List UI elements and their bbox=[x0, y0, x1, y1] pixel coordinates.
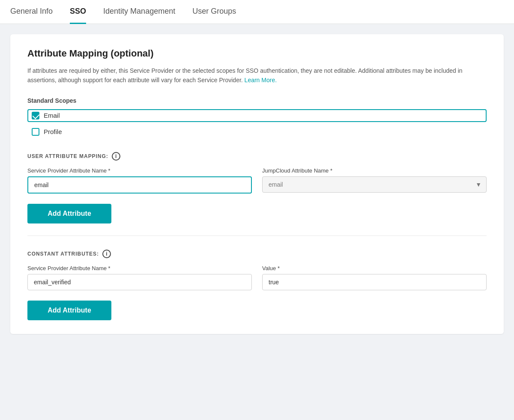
nav-identity-management[interactable]: Identity Management bbox=[103, 0, 175, 24]
learn-more-link[interactable]: Learn More. bbox=[245, 77, 277, 83]
constant-attributes-info-icon[interactable]: i bbox=[102, 250, 111, 258]
constant-attributes-header: CONSTANT ATTRIBUTES: i bbox=[27, 250, 487, 258]
service-provider-attr-label-1: Service Provider Attribute Name * bbox=[27, 167, 252, 174]
service-provider-attr-input-1[interactable] bbox=[27, 176, 252, 194]
profile-checkbox-wrapper[interactable]: Profile bbox=[27, 125, 487, 138]
profile-checkbox-label: Profile bbox=[44, 128, 62, 135]
nav-general-info[interactable]: General Info bbox=[10, 0, 53, 24]
user-attribute-mapping-info-icon[interactable]: i bbox=[112, 152, 120, 161]
jumpcloud-attr-label: JumpCloud Attribute Name * bbox=[262, 167, 487, 174]
card-title: Attribute Mapping (optional) bbox=[27, 48, 487, 59]
divider bbox=[27, 235, 487, 236]
standard-scopes-label: Standard Scopes bbox=[27, 97, 487, 104]
value-group: Value * bbox=[262, 265, 487, 290]
value-label: Value * bbox=[262, 265, 487, 271]
service-provider-attr-group-2: Service Provider Attribute Name * bbox=[27, 265, 252, 290]
card-description: If attributes are required by either, th… bbox=[27, 66, 487, 85]
user-attribute-mapping-header: USER ATTRIBUTE MAPPING: i bbox=[27, 152, 487, 161]
constant-attributes-label: CONSTANT ATTRIBUTES: bbox=[27, 251, 99, 257]
constant-attributes-form-row: Service Provider Attribute Name * Value … bbox=[27, 265, 487, 290]
value-input[interactable] bbox=[262, 274, 487, 290]
top-navigation: General Info SSO Identity Management Use… bbox=[0, 0, 514, 24]
service-provider-attr-input-2[interactable] bbox=[27, 274, 252, 290]
attribute-mapping-card: Attribute Mapping (optional) If attribut… bbox=[10, 34, 504, 334]
profile-checkbox[interactable] bbox=[32, 128, 39, 136]
nav-sso[interactable]: SSO bbox=[70, 0, 86, 24]
nav-user-groups[interactable]: User Groups bbox=[192, 0, 236, 24]
email-checkbox[interactable] bbox=[32, 112, 39, 119]
user-attribute-mapping-form-row: Service Provider Attribute Name * JumpCl… bbox=[27, 167, 487, 194]
service-provider-attr-label-2: Service Provider Attribute Name * bbox=[27, 265, 252, 271]
jumpcloud-attr-group: JumpCloud Attribute Name * email ▼ bbox=[262, 167, 487, 193]
main-content: Attribute Mapping (optional) If attribut… bbox=[0, 24, 514, 344]
user-attribute-mapping-label: USER ATTRIBUTE MAPPING: bbox=[27, 153, 108, 159]
jumpcloud-attr-select[interactable]: email bbox=[262, 176, 487, 193]
add-attribute-button-1[interactable]: Add Attribute bbox=[27, 204, 111, 223]
email-checkbox-wrapper[interactable]: Email bbox=[27, 109, 487, 122]
email-checkbox-label: Email bbox=[44, 112, 60, 119]
add-attribute-button-2[interactable]: Add Attribute bbox=[27, 301, 111, 320]
jumpcloud-attr-select-wrapper: email ▼ bbox=[262, 176, 487, 193]
service-provider-attr-group-1: Service Provider Attribute Name * bbox=[27, 167, 252, 194]
